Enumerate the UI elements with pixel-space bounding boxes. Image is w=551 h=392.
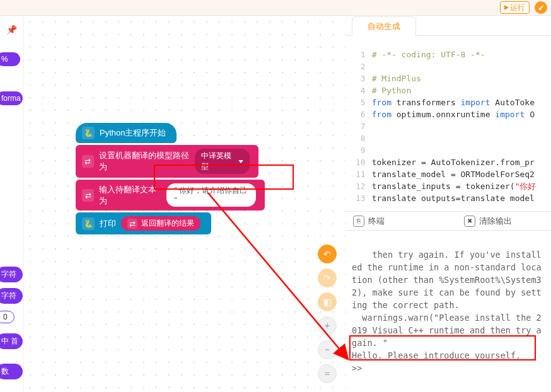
block-return-result[interactable]: ⇄ 返回翻译的结果: [121, 216, 200, 231]
block-label: Python主程序开始: [100, 127, 166, 139]
terminal-body[interactable]: then try again. If you've installed the …: [345, 231, 551, 392]
terminal-output: then try again. If you've installed the …: [352, 250, 542, 373]
block-input-text[interactable]: ⇄ 输入待翻译文本为 " 你好，请介绍你自己 ": [76, 180, 265, 210]
block-canvas[interactable]: 🐍 Python主程序开始 ⇄ 设置机器翻译的模型路径为 中译英模型 ⇄ 输入待…: [24, 16, 345, 392]
tab-auto-generate[interactable]: 自动生成: [352, 16, 416, 36]
topbar: 运行 ✓: [0, 0, 551, 16]
translate-icon: ⇄: [82, 189, 94, 202]
code-body: # -*- coding: UTF-8 -*-# MindPlus# Pytho…: [372, 49, 540, 211]
run-label: 运行: [510, 2, 525, 13]
model-dropdown[interactable]: 中译英模型: [195, 149, 250, 174]
category-pill[interactable]: 数: [0, 364, 23, 379]
fit-button[interactable]: ＝: [318, 364, 337, 383]
status-check-icon[interactable]: ✓: [535, 1, 547, 14]
run-button[interactable]: 运行: [500, 1, 530, 14]
crop-button[interactable]: ◧: [318, 292, 337, 311]
translate-icon: ⇄: [127, 219, 137, 229]
canvas-tools: ↶ ↷ ◧ ＋ － ＝: [318, 245, 337, 383]
block-label: 输入待翻译文本为: [99, 184, 161, 207]
count-badge: 0: [0, 311, 14, 323]
block-stack: 🐍 Python主程序开始 ⇄ 设置机器翻译的模型路径为 中译英模型 ⇄ 输入待…: [76, 123, 265, 236]
block-label: 打印: [100, 218, 116, 229]
category-pill[interactable]: %: [0, 52, 20, 66]
clear-icon: ✖: [464, 216, 475, 227]
python-icon: 🐍: [82, 127, 95, 139]
category-pill[interactable]: 字符: [0, 288, 23, 304]
block-set-model[interactable]: ⇄ 设置机器翻译的模型路径为 中译英模型: [76, 145, 258, 178]
zoom-out-button[interactable]: －: [318, 340, 337, 359]
terminal-title[interactable]: ⎘ 终端: [353, 216, 385, 227]
play-icon: [504, 5, 509, 10]
python-icon: 🐍: [82, 217, 95, 230]
clear-output-button[interactable]: ✖ 清除输出: [464, 216, 512, 227]
redo-button[interactable]: ↷: [318, 268, 337, 287]
block-label: 设置机器翻译的模型路径为: [99, 150, 190, 173]
input-text-field[interactable]: " 你好，请介绍你自己 ": [166, 183, 256, 207]
block-start[interactable]: 🐍 Python主程序开始: [76, 123, 177, 143]
chevron-down-icon: [238, 160, 243, 163]
terminal-header: ⎘ 终端 ✖ 清除输出: [345, 211, 551, 231]
right-pane: 自动生成 12345678910111213 # -*- coding: UTF…: [345, 16, 551, 392]
dropdown-value: 中译英模型: [201, 151, 236, 172]
zoom-in-button[interactable]: ＋: [318, 316, 337, 335]
category-pill[interactable]: forma: [0, 91, 23, 105]
category-pill[interactable]: 中 首: [0, 333, 23, 349]
category-pill[interactable]: 字符: [0, 267, 23, 282]
code-editor[interactable]: 12345678910111213 # -*- coding: UTF-8 -*…: [345, 36, 551, 211]
inner-label: 返回翻译的结果: [141, 218, 194, 229]
undo-button[interactable]: ↶: [318, 245, 337, 263]
tab-row: 自动生成: [345, 16, 551, 36]
code-gutter: 12345678910111213: [345, 49, 372, 211]
pin-icon[interactable]: 📌: [6, 25, 17, 35]
category-rail: 📌 % forma 字符 字符 0 中 首 数: [0, 16, 24, 392]
translate-icon: ⇄: [82, 155, 94, 168]
block-print[interactable]: 🐍 打印 ⇄ 返回翻译的结果: [76, 212, 211, 234]
link-icon: ⎘: [353, 216, 364, 227]
